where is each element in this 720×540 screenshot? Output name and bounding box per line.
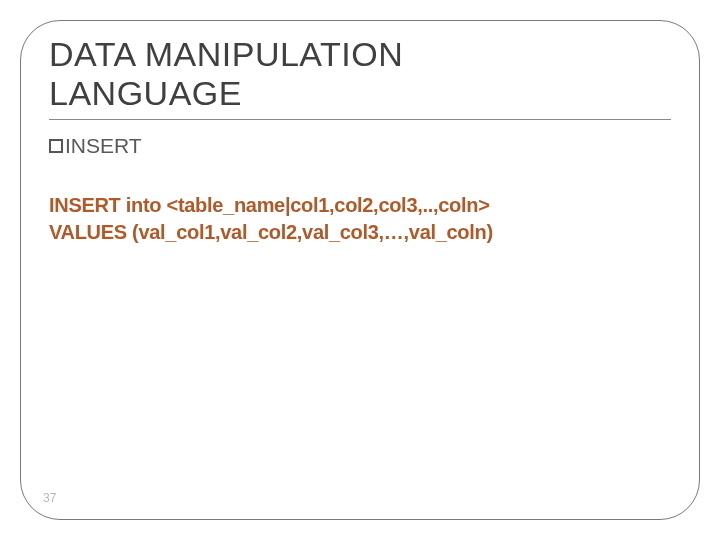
bullet-text: INSERT (65, 134, 142, 158)
bullet-item: INSERT (49, 134, 671, 158)
slide-title: DATA MANIPULATION LANGUAGE (49, 35, 479, 113)
sql-syntax-block: INSERT into <table_name|col1,col2,col3,.… (49, 192, 671, 246)
slide-number: 37 (43, 491, 56, 505)
title-underline (49, 119, 671, 120)
square-bullet-icon (49, 139, 63, 153)
code-line-2: VALUES (val_col1,val_col2,val_col3,…,val… (49, 219, 671, 246)
slide-frame: DATA MANIPULATION LANGUAGE INSERT INSERT… (20, 20, 700, 520)
code-line-1: INSERT into <table_name|col1,col2,col3,.… (49, 192, 671, 219)
